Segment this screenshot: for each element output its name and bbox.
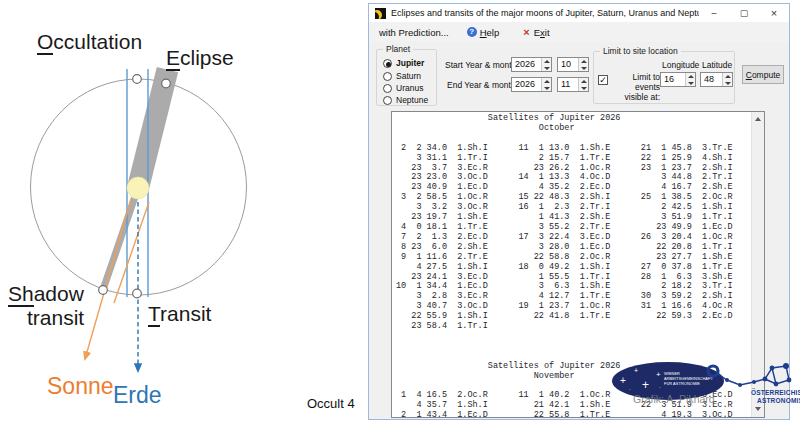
oeav-text-line1: ÖSTERREICHISCHER	[751, 389, 800, 396]
start-date-label: Start Year & month	[445, 60, 516, 70]
longitude-label: Longitude	[662, 60, 699, 70]
site-group-label: Limit to site location	[600, 46, 681, 56]
start-month-spinner[interactable]: 10	[557, 57, 589, 72]
visible-at-checkbox[interactable]: ✓	[598, 75, 608, 85]
visible-at-label: Limit to eventsvisible at:	[610, 72, 660, 102]
radio-uranus-dot	[383, 84, 392, 93]
planet-groupbox: Planet Jupiter Saturn Uranus Neptune	[376, 49, 437, 106]
end-date-label: End Year & month	[447, 80, 516, 90]
radio-jupiter-dot	[383, 59, 392, 68]
minimize-button[interactable]: –	[699, 5, 729, 22]
occultation-marker	[133, 75, 142, 84]
radio-uranus[interactable]: Uranus	[383, 83, 423, 93]
menu-exit[interactable]: × Exit	[523, 26, 549, 38]
earth-label: Erde	[113, 382, 162, 409]
latitude-down-icon[interactable]	[723, 80, 732, 87]
latitude-spinner[interactable]: 48	[700, 72, 733, 87]
app-icon	[375, 8, 386, 19]
close-button[interactable]: ×	[759, 5, 789, 22]
radio-saturn-dot	[383, 72, 392, 81]
longitude-down-icon[interactable]	[686, 80, 695, 87]
end-month-down-icon[interactable]	[579, 85, 588, 92]
radio-neptune[interactable]: Neptune	[383, 95, 428, 105]
help-icon: ?	[467, 27, 477, 37]
scroll-up-icon[interactable]	[752, 112, 765, 127]
site-location-groupbox: Limit to site location ✓ Limit to events…	[593, 51, 735, 104]
menubar: with Prediction... ? Help × Exit	[369, 22, 789, 42]
latitude-label: Latitude	[702, 60, 732, 70]
start-month-down-icon[interactable]	[579, 65, 588, 72]
transit-marker	[133, 289, 142, 298]
shadow-transit-marker	[99, 286, 108, 295]
start-year-down-icon[interactable]	[542, 65, 551, 72]
diagram-caption: Occult 4	[307, 396, 355, 411]
oeav-text-line2: ASTRONOMISCHER VEREIN	[757, 397, 800, 404]
eclipse-marker	[162, 79, 171, 88]
waa-star-icon: ·	[629, 386, 631, 392]
waa-star-icon: +	[634, 367, 638, 374]
waa-star-icon: +	[656, 370, 661, 379]
menu-help[interactable]: ? Help	[467, 27, 500, 38]
jupiter-disc	[127, 177, 149, 199]
transit-label: Transit	[148, 302, 211, 326]
window-title: Eclipses and transits of the major moons…	[391, 8, 699, 18]
end-year-down-icon[interactable]	[542, 85, 551, 92]
screenshot-root: Occultation Eclipse Shadow transit Trans…	[0, 0, 800, 429]
maximize-button[interactable]: ▢	[729, 5, 759, 22]
eclipse-label: Eclipse	[166, 46, 234, 70]
compute-button[interactable]: Compute	[742, 65, 784, 84]
sun-direction-arrow	[85, 199, 131, 359]
planet-group-label: Planet	[383, 44, 413, 54]
waa-star-icon: +	[620, 375, 626, 386]
end-month-spinner[interactable]: 11	[557, 77, 589, 92]
waa-star-icon: ·	[659, 384, 661, 390]
menu-with-prediction[interactable]: with Prediction...	[379, 27, 449, 38]
sun-label: Sonne	[47, 373, 114, 400]
longitude-spinner[interactable]: 16	[660, 72, 696, 87]
shadow-cone-bar	[127, 67, 178, 191]
shadow-bar-lower	[100, 187, 142, 291]
titlebar: Eclipses and transits of the major moons…	[369, 4, 789, 22]
radio-neptune-dot	[383, 96, 392, 105]
occultation-label: Occultation	[37, 30, 142, 54]
oeav-logo: ÖSTERREICHISCHER ASTRONOMISCHER VEREIN	[698, 356, 800, 410]
end-year-spinner[interactable]: 2026	[511, 77, 552, 92]
radio-saturn[interactable]: Saturn	[383, 71, 421, 81]
start-year-spinner[interactable]: 2026	[511, 57, 552, 72]
shadow-transit-label: Shadow transit	[8, 282, 84, 330]
exit-icon: ×	[523, 26, 529, 38]
radio-jupiter[interactable]: Jupiter	[383, 58, 424, 68]
moon-events-diagram: Occultation Eclipse Shadow transit Trans…	[0, 0, 368, 429]
waa-star-icon: +	[642, 378, 649, 392]
